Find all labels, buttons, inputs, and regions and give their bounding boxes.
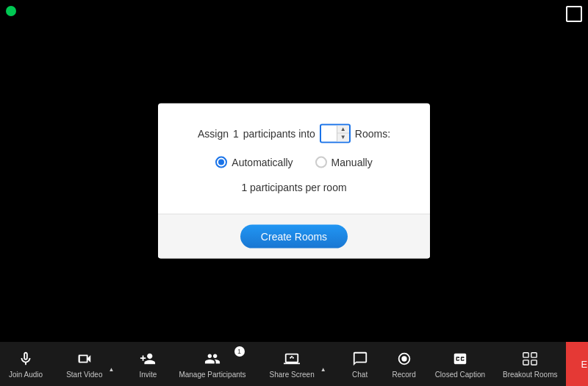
toolbar-item-manage-participants[interactable]: 1 Manage Participants	[170, 342, 254, 386]
chat-icon	[351, 350, 369, 368]
participants-badge: 1	[234, 346, 245, 357]
dialog-body: Assign 1 participants into ▲ ▼ Rooms: Au…	[158, 103, 430, 213]
toolbar: Join Audio Start Video ▲	[0, 342, 588, 386]
toolbar-item-chat[interactable]: Chat	[338, 342, 382, 386]
assign-row: Assign 1 participants into ▲ ▼ Rooms:	[180, 124, 408, 143]
auto-radio-option[interactable]: Automatically	[215, 156, 293, 168]
share-arrow: ▲	[320, 366, 329, 386]
closed-caption-label: Closed Caption	[435, 371, 485, 379]
status-dot	[6, 6, 16, 16]
manual-radio-label: Manually	[331, 156, 373, 168]
join-audio-label: Join Audio	[9, 371, 43, 379]
toolbar-item-share-screen[interactable]: Share Screen ▲	[255, 342, 338, 386]
spinner-buttons: ▲ ▼	[337, 125, 349, 141]
rooms-increment-button[interactable]: ▲	[337, 125, 349, 133]
rooms-label: Rooms:	[355, 127, 390, 139]
video-icon	[76, 350, 93, 368]
manual-radio-circle	[315, 156, 327, 168]
record-label: Record	[392, 371, 416, 379]
create-rooms-button[interactable]: Create Rooms	[240, 224, 348, 248]
svg-rect-3	[523, 352, 528, 357]
video-arrow: ▲	[108, 366, 117, 386]
auto-radio-label: Automatically	[232, 156, 293, 168]
auto-radio-circle	[215, 156, 227, 168]
manual-radio-option[interactable]: Manually	[315, 156, 373, 168]
microphone-icon	[17, 350, 35, 368]
participants-icon	[204, 350, 221, 368]
share-screen-label: Share Screen	[270, 371, 315, 379]
record-icon	[395, 350, 413, 368]
invite-icon	[139, 350, 157, 368]
invite-label: Invite	[139, 371, 157, 379]
toolbar-item-closed-caption[interactable]: Closed Caption	[426, 342, 494, 386]
share-screen-icon	[283, 350, 301, 368]
share-screen-main: Share Screen	[264, 350, 320, 379]
breakout-rooms-label: Breakout Rooms	[503, 371, 557, 379]
fullscreen-button[interactable]	[566, 6, 582, 22]
closed-caption-icon	[451, 350, 469, 368]
start-video-main: Start Video	[60, 350, 108, 379]
participants-count: 1	[233, 127, 239, 139]
per-room-text: 1 participants per room	[180, 181, 408, 193]
rooms-number-input-wrap: ▲ ▼	[320, 124, 351, 143]
breakout-rooms-dialog: Assign 1 participants into ▲ ▼ Rooms: Au…	[158, 103, 430, 258]
toolbar-item-record[interactable]: Record	[382, 342, 426, 386]
svg-rect-4	[531, 352, 537, 357]
breakout-rooms-icon	[521, 350, 539, 368]
svg-rect-6	[531, 360, 537, 364]
toolbar-items: Join Audio Start Video ▲	[0, 342, 566, 386]
svg-point-2	[401, 356, 406, 361]
chat-label: Chat	[352, 371, 368, 379]
rooms-number-input[interactable]	[321, 125, 337, 141]
toolbar-item-start-video[interactable]: Start Video ▲	[51, 342, 126, 386]
assignment-method-row: Automatically Manually	[180, 156, 408, 168]
toolbar-item-breakout-rooms[interactable]: Breakout Rooms	[494, 342, 566, 386]
rooms-decrement-button[interactable]: ▼	[337, 133, 349, 141]
assign-text-middle: participants into	[243, 127, 315, 139]
toolbar-item-join-audio[interactable]: Join Audio	[0, 342, 51, 386]
toolbar-item-invite[interactable]: Invite	[126, 342, 170, 386]
assign-text: Assign	[198, 127, 229, 139]
dialog-footer: Create Rooms	[158, 213, 430, 258]
svg-rect-5	[523, 360, 528, 364]
manage-participants-label: Manage Participants	[179, 371, 245, 379]
start-video-label: Start Video	[66, 371, 102, 379]
end-meeting-button[interactable]: End Meeting	[566, 342, 588, 386]
